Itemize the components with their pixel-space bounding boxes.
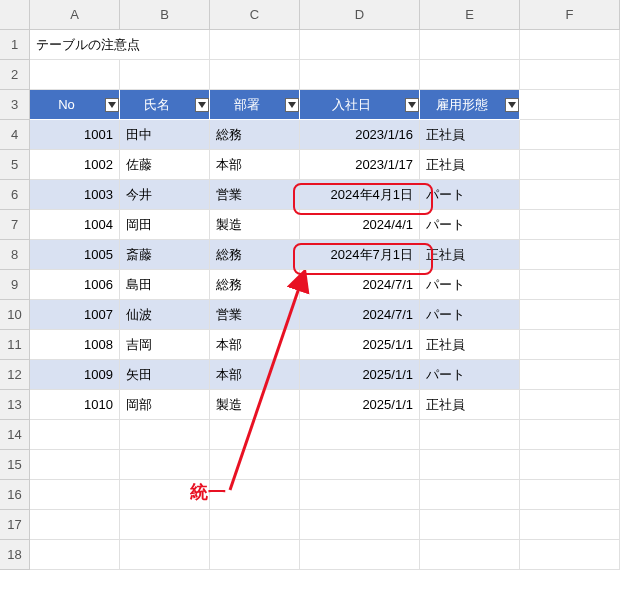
cell-emp[interactable]: 正社員: [420, 120, 520, 150]
cell-F2[interactable]: [520, 60, 620, 90]
cell-no[interactable]: 1009: [30, 360, 120, 390]
row-header-14[interactable]: 14: [0, 420, 30, 450]
cell-name[interactable]: 佐藤: [120, 150, 210, 180]
cell-hire[interactable]: 2024/7/1: [300, 300, 420, 330]
cell[interactable]: [210, 420, 300, 450]
cell[interactable]: [120, 420, 210, 450]
cell-B2[interactable]: [120, 60, 210, 90]
cell-no[interactable]: 1002: [30, 150, 120, 180]
filter-icon[interactable]: [505, 98, 519, 112]
cell[interactable]: [210, 540, 300, 570]
cell-emp[interactable]: 正社員: [420, 240, 520, 270]
row-header-9[interactable]: 9: [0, 270, 30, 300]
cell-dept[interactable]: 営業: [210, 180, 300, 210]
cell[interactable]: [420, 420, 520, 450]
cell-no[interactable]: 1001: [30, 120, 120, 150]
cell-F7[interactable]: [520, 210, 620, 240]
cell-E2[interactable]: [420, 60, 520, 90]
cell-no[interactable]: 1003: [30, 180, 120, 210]
cell-hire[interactable]: 2023/1/17: [300, 150, 420, 180]
cell-dept[interactable]: 製造: [210, 210, 300, 240]
cell-F10[interactable]: [520, 300, 620, 330]
cell-C1[interactable]: [210, 30, 300, 60]
cell-F9[interactable]: [520, 270, 620, 300]
cell-F5[interactable]: [520, 150, 620, 180]
table-header-dept[interactable]: 部署: [210, 90, 300, 120]
cell[interactable]: [30, 420, 120, 450]
cell[interactable]: [520, 480, 620, 510]
cell[interactable]: [210, 450, 300, 480]
col-header-C[interactable]: C: [210, 0, 300, 30]
cell[interactable]: [210, 510, 300, 540]
cell[interactable]: [300, 540, 420, 570]
row-header-7[interactable]: 7: [0, 210, 30, 240]
cell-no[interactable]: 1008: [30, 330, 120, 360]
cell-no[interactable]: 1007: [30, 300, 120, 330]
cell-dept[interactable]: 営業: [210, 300, 300, 330]
row-header-15[interactable]: 15: [0, 450, 30, 480]
cell-E1[interactable]: [420, 30, 520, 60]
row-header-3[interactable]: 3: [0, 90, 30, 120]
cell[interactable]: [30, 540, 120, 570]
row-header-1[interactable]: 1: [0, 30, 30, 60]
cell-F6[interactable]: [520, 180, 620, 210]
cell[interactable]: [30, 450, 120, 480]
cell-dept[interactable]: 総務: [210, 240, 300, 270]
cell-dept[interactable]: 総務: [210, 270, 300, 300]
cell-C2[interactable]: [210, 60, 300, 90]
cell-F4[interactable]: [520, 120, 620, 150]
cell-hire[interactable]: 2025/1/1: [300, 330, 420, 360]
cell-name[interactable]: 今井: [120, 180, 210, 210]
row-header-16[interactable]: 16: [0, 480, 30, 510]
cell-emp[interactable]: 正社員: [420, 150, 520, 180]
cell-D2[interactable]: [300, 60, 420, 90]
cell-hire[interactable]: 2024年7月1日: [300, 240, 420, 270]
row-header-11[interactable]: 11: [0, 330, 30, 360]
table-header-hire[interactable]: 入社日: [300, 90, 420, 120]
filter-icon[interactable]: [405, 98, 419, 112]
col-header-A[interactable]: A: [30, 0, 120, 30]
cell[interactable]: [30, 480, 120, 510]
cell-emp[interactable]: パート: [420, 300, 520, 330]
row-header-4[interactable]: 4: [0, 120, 30, 150]
cell[interactable]: [300, 420, 420, 450]
cell-no[interactable]: 1005: [30, 240, 120, 270]
cell[interactable]: [300, 510, 420, 540]
cell-dept[interactable]: 本部: [210, 360, 300, 390]
cell[interactable]: [420, 510, 520, 540]
col-header-E[interactable]: E: [420, 0, 520, 30]
cell[interactable]: [520, 540, 620, 570]
cell[interactable]: [420, 540, 520, 570]
cell[interactable]: [520, 450, 620, 480]
cell-name[interactable]: 吉岡: [120, 330, 210, 360]
cell-no[interactable]: 1006: [30, 270, 120, 300]
cell-dept[interactable]: 本部: [210, 330, 300, 360]
cell-F13[interactable]: [520, 390, 620, 420]
cell[interactable]: [420, 450, 520, 480]
filter-icon[interactable]: [285, 98, 299, 112]
row-header-2[interactable]: 2: [0, 60, 30, 90]
cell-name[interactable]: 岡田: [120, 210, 210, 240]
cell[interactable]: [30, 510, 120, 540]
row-header-18[interactable]: 18: [0, 540, 30, 570]
table-header-name[interactable]: 氏名: [120, 90, 210, 120]
cell-F1[interactable]: [520, 30, 620, 60]
filter-icon[interactable]: [195, 98, 209, 112]
cell-name[interactable]: 斎藤: [120, 240, 210, 270]
cell[interactable]: [520, 510, 620, 540]
cell-name[interactable]: 矢田: [120, 360, 210, 390]
cell-emp[interactable]: パート: [420, 270, 520, 300]
col-header-F[interactable]: F: [520, 0, 620, 30]
cell-hire[interactable]: 2023/1/16: [300, 120, 420, 150]
cell[interactable]: [120, 510, 210, 540]
cell[interactable]: [300, 480, 420, 510]
col-header-D[interactable]: D: [300, 0, 420, 30]
cell-dept[interactable]: 本部: [210, 150, 300, 180]
cell-name[interactable]: 田中: [120, 120, 210, 150]
cell-emp[interactable]: パート: [420, 360, 520, 390]
cell-F8[interactable]: [520, 240, 620, 270]
row-header-12[interactable]: 12: [0, 360, 30, 390]
row-header-6[interactable]: 6: [0, 180, 30, 210]
table-header-no[interactable]: No: [30, 90, 120, 120]
cell-F11[interactable]: [520, 330, 620, 360]
